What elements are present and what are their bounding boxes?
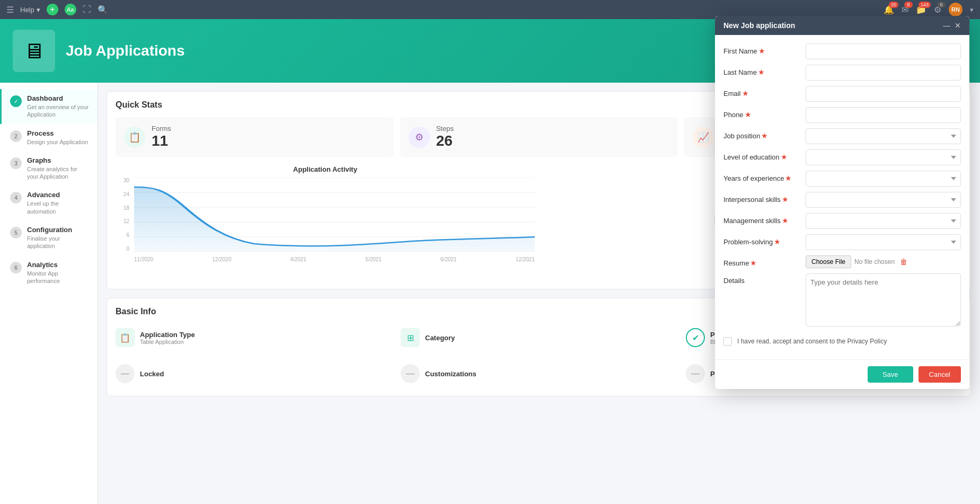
sidebar-title-configuration: Configuration bbox=[27, 226, 89, 234]
form-row-first-name: First Name★ bbox=[723, 43, 961, 59]
sidebar-item-process[interactable]: 2 Process Design your Application bbox=[0, 124, 98, 151]
file-delete-button[interactable]: 🗑 bbox=[900, 258, 907, 266]
email-label: Email★ bbox=[723, 86, 800, 98]
forms-value: 11 bbox=[152, 132, 171, 149]
sidebar-title-dashboard: Dashboard bbox=[27, 94, 89, 102]
widgets-icon: 📈 bbox=[693, 127, 714, 148]
line-chart-svg-area bbox=[134, 178, 535, 252]
sidebar-item-analytics[interactable]: 6 Analytics Monitor App performance bbox=[0, 255, 98, 290]
job-position-label: Job position★ bbox=[723, 128, 800, 140]
years-experience-label: Years of experience★ bbox=[723, 171, 800, 182]
steps-icon: ⚙ bbox=[409, 127, 430, 148]
messages-icon[interactable]: ✉ 8 bbox=[902, 5, 908, 15]
sidebar: ✓ Dashboard Get an overview of your Appl… bbox=[0, 83, 98, 504]
sidebar-desc-dashboard: Get an overview of your Application bbox=[27, 103, 89, 119]
sidebar-desc-analytics: Monitor App performance bbox=[27, 270, 89, 285]
form-row-details: Details bbox=[723, 273, 961, 326]
sidebar-desc-process: Design your Application bbox=[27, 138, 88, 146]
modal-footer: Save Cancel bbox=[715, 359, 969, 389]
phone-input[interactable] bbox=[806, 107, 961, 123]
privacy-text: I have read, accept and consent to the P… bbox=[737, 338, 887, 345]
nav-actions: 🔔 20 ✉ 8 📁 143 ⚙ 0 RN ▾ bbox=[884, 3, 974, 16]
chevron-down-icon: ▾ bbox=[37, 6, 40, 14]
steps-label: Steps bbox=[436, 125, 454, 132]
form-row-phone: Phone★ bbox=[723, 107, 961, 123]
sidebar-title-process: Process bbox=[27, 129, 88, 137]
last-name-label: Last Name★ bbox=[723, 65, 800, 76]
sidebar-title-graphs: Graphs bbox=[27, 156, 89, 164]
details-textarea[interactable] bbox=[806, 273, 961, 326]
privacy-checkbox[interactable] bbox=[723, 337, 732, 346]
notifications-icon[interactable]: 🔔 20 bbox=[884, 5, 894, 15]
app-type-icon: 📋 bbox=[116, 328, 135, 347]
aa-button[interactable]: Aa bbox=[65, 4, 76, 15]
sidebar-item-graphs[interactable]: 3 Graphs Create analytics for your Appli… bbox=[0, 151, 98, 186]
step-num-process: 2 bbox=[10, 130, 22, 142]
form-row-interpersonal-skills: Interpersonal skills★ bbox=[723, 192, 961, 208]
app-icon: 🖥 bbox=[13, 30, 55, 72]
forms-label: Forms bbox=[152, 125, 171, 132]
details-label: Details bbox=[723, 273, 800, 285]
stat-forms: 📋 Forms 11 bbox=[116, 117, 394, 157]
activity-chart: Application Activity 30 24 18 12 6 0 bbox=[116, 165, 535, 280]
file-upload-row: Choose File No file chosen 🗑 bbox=[806, 255, 961, 268]
app-type-title: Application Type bbox=[140, 331, 195, 339]
line-chart-container: 30 24 18 12 6 0 bbox=[116, 178, 535, 262]
form-row-job-position: Job position★ bbox=[723, 128, 961, 144]
interpersonal-skills-select[interactable] bbox=[806, 192, 961, 208]
user-menu-chevron[interactable]: ▾ bbox=[970, 6, 974, 14]
modal-header: New Job application — ✕ bbox=[715, 16, 969, 35]
step-num-configuration: 5 bbox=[10, 227, 22, 238]
form-row-years-experience: Years of experience★ bbox=[723, 171, 961, 187]
form-row-last-name: Last Name★ bbox=[723, 65, 961, 81]
step-num-graphs: 3 bbox=[10, 157, 22, 169]
step-num-analytics: 6 bbox=[10, 262, 22, 273]
sidebar-title-advanced: Advanced bbox=[27, 191, 89, 199]
first-name-input[interactable] bbox=[806, 43, 961, 59]
sidebar-item-configuration[interactable]: 5 Configuration Finalise your applicatio… bbox=[0, 220, 98, 255]
settings-icon[interactable]: ⚙ 0 bbox=[934, 5, 941, 15]
modal-minimize-button[interactable]: — bbox=[943, 21, 950, 30]
form-row-resume: Resume★ Choose File No file chosen 🗑 bbox=[723, 255, 961, 268]
last-name-input[interactable] bbox=[806, 65, 961, 81]
problem-solving-label: Problem-solving★ bbox=[723, 234, 800, 246]
category-icon: ⊞ bbox=[401, 328, 420, 347]
problem-solving-select[interactable] bbox=[806, 234, 961, 250]
locked-title: Locked bbox=[140, 370, 164, 378]
step-num-dashboard: ✓ bbox=[10, 95, 22, 107]
years-experience-select[interactable] bbox=[806, 171, 961, 187]
sidebar-item-dashboard[interactable]: ✓ Dashboard Get an overview of your Appl… bbox=[0, 89, 98, 124]
new-job-application-modal: New Job application — ✕ First Name★ Last… bbox=[715, 16, 969, 389]
expand-icon[interactable]: ⛶ bbox=[83, 5, 91, 14]
level-education-select[interactable] bbox=[806, 149, 961, 165]
save-button[interactable]: Save bbox=[868, 366, 913, 383]
add-button[interactable]: + bbox=[47, 4, 58, 15]
choose-file-button[interactable]: Choose File bbox=[806, 255, 851, 268]
user-avatar[interactable]: RN bbox=[949, 3, 963, 16]
cancel-button[interactable]: Cancel bbox=[919, 366, 961, 383]
management-skills-select[interactable] bbox=[806, 213, 961, 229]
process-enabled-icon: ✔ bbox=[686, 328, 705, 347]
forms-icon: 📋 bbox=[124, 127, 145, 148]
locked-icon: — bbox=[116, 364, 135, 383]
phone-label: Phone★ bbox=[723, 107, 800, 119]
hamburger-icon[interactable]: ☰ bbox=[6, 5, 14, 15]
tasks-icon[interactable]: 📁 143 bbox=[916, 5, 926, 15]
job-position-select[interactable] bbox=[806, 128, 961, 144]
y-axis-labels: 30 24 18 12 6 0 bbox=[116, 178, 131, 252]
management-skills-label: Management skills★ bbox=[723, 213, 800, 225]
info-category: ⊞ Category bbox=[401, 324, 677, 351]
search-icon[interactable]: 🔍 bbox=[98, 5, 108, 15]
form-row-level-education: Level of education★ bbox=[723, 149, 961, 165]
interpersonal-skills-label: Interpersonal skills★ bbox=[723, 192, 800, 204]
sidebar-item-advanced[interactable]: 4 Advanced Level up the automation bbox=[0, 185, 98, 220]
first-name-label: First Name★ bbox=[723, 43, 800, 55]
help-button[interactable]: Help ▾ bbox=[20, 6, 40, 14]
sidebar-desc-configuration: Finalise your application bbox=[27, 235, 89, 250]
email-input[interactable] bbox=[806, 86, 961, 102]
form-row-management-skills: Management skills★ bbox=[723, 213, 961, 229]
info-app-type: 📋 Application Type Table Application bbox=[116, 324, 392, 351]
app-title: Job Applications bbox=[66, 42, 185, 59]
modal-body: First Name★ Last Name★ Email★ Phone★ Job bbox=[715, 35, 969, 359]
modal-close-button[interactable]: ✕ bbox=[955, 21, 961, 30]
